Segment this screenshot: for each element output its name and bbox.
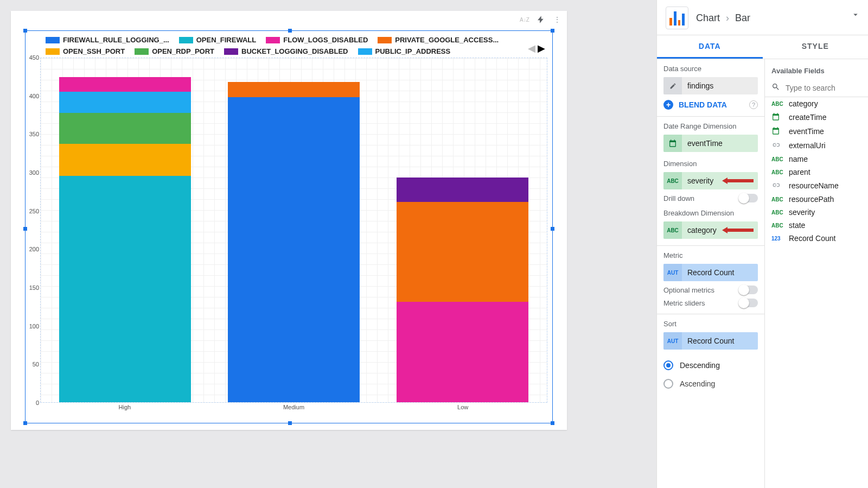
legend-item[interactable]: BUCKET_LOGGING_DISABLED <box>224 47 348 55</box>
field-type-icon: ABC <box>771 101 783 107</box>
field-name: category <box>789 99 818 108</box>
field-type-icon <box>771 112 783 122</box>
available-field[interactable]: ABCstate <box>765 219 868 232</box>
field-name: resourcePath <box>789 195 834 204</box>
field-type-icon <box>771 141 783 150</box>
bar-segment[interactable] <box>228 82 360 97</box>
bar-segment[interactable] <box>397 178 528 202</box>
available-field[interactable]: 123Record Count <box>765 232 868 245</box>
legend-item[interactable]: OPEN_SSH_PORT <box>46 47 125 55</box>
legend-item[interactable]: FLOW_LOGS_DISABLED <box>266 36 368 44</box>
bar-column[interactable] <box>41 58 209 402</box>
tab-data[interactable]: DATA <box>657 35 763 59</box>
x-axis: HighMediumLow <box>40 404 547 413</box>
field-name: createTime <box>789 113 827 122</box>
radio-icon <box>663 379 673 389</box>
available-field[interactable]: ABCresourcePath <box>765 193 868 206</box>
x-tick-label: Medium <box>209 404 379 413</box>
chevron-down-icon[interactable] <box>851 10 860 22</box>
bar-column[interactable] <box>378 58 547 402</box>
available-field[interactable]: eventTime <box>765 124 868 138</box>
aut-badge: AUT <box>663 264 682 281</box>
legend-label: OPEN_RDP_PORT <box>152 47 214 55</box>
legend-item[interactable]: FIREWALL_RULE_LOGGING_... <box>46 36 169 44</box>
available-field[interactable]: resourceName <box>765 179 868 193</box>
legend-label: OPEN_FIREWALL <box>196 36 257 44</box>
legend-swatch <box>46 48 60 55</box>
available-fields-label: Available Fields <box>765 65 868 79</box>
bolt-icon[interactable] <box>535 14 546 25</box>
sort-asc-radio[interactable]: Ascending <box>657 375 764 393</box>
field-type-icon <box>771 126 783 136</box>
legend-item[interactable]: OPEN_FIREWALL <box>179 36 257 44</box>
date-range-chip[interactable]: eventTime <box>663 135 758 152</box>
sort-az-button[interactable]: A↓Z <box>519 14 530 25</box>
available-field[interactable]: ABCseverity <box>765 206 868 219</box>
breadcrumb-root: Chart <box>696 12 720 23</box>
optional-metrics-toggle[interactable] <box>739 286 758 294</box>
date-range-label: Date Range Dimension <box>663 122 758 130</box>
help-icon[interactable]: ? <box>749 100 758 109</box>
data-source-label: Data source <box>663 65 758 73</box>
legend-item[interactable]: OPEN_RDP_PORT <box>135 47 214 55</box>
legend-label: BUCKET_LOGGING_DISABLED <box>241 47 348 55</box>
bar-segment[interactable] <box>59 77 191 92</box>
legend-item[interactable]: PRIVATE_GOOGLE_ACCESS... <box>378 36 499 44</box>
chart-type-icon[interactable] <box>666 7 688 29</box>
sort-desc-radio[interactable]: Descending <box>657 356 764 375</box>
sort-value: Record Count <box>682 337 758 345</box>
available-field[interactable]: ABCname <box>765 153 868 166</box>
calendar-icon <box>663 135 682 152</box>
legend-item[interactable]: PUBLIC_IP_ADDRESS <box>358 47 451 55</box>
legend-swatch <box>266 37 280 43</box>
field-type-icon: ABC <box>771 156 783 162</box>
bar-segment[interactable] <box>59 176 191 402</box>
metric-sliders-toggle[interactable] <box>739 299 758 307</box>
sort-label: Sort <box>663 320 758 328</box>
panel-tabs: DATA STYLE <box>657 35 868 59</box>
available-field[interactable]: externalUri <box>765 138 868 153</box>
available-field[interactable]: createTime <box>765 110 868 124</box>
bar-segment[interactable] <box>228 97 360 402</box>
field-type-icon: ABC <box>771 197 783 202</box>
tab-style[interactable]: STYLE <box>763 35 869 59</box>
drilldown-toggle[interactable] <box>739 194 758 202</box>
legend-nav[interactable]: ◀▶ <box>528 42 547 54</box>
metric-chip[interactable]: AUT Record Count <box>663 264 758 281</box>
chevron-right-icon: › <box>726 12 729 23</box>
available-field[interactable]: ABCcategory <box>765 97 868 110</box>
legend-swatch <box>224 48 238 55</box>
more-icon[interactable]: ⋮ <box>552 14 563 25</box>
abc-badge: ABC <box>663 221 682 239</box>
dimension-value: severity <box>682 176 758 185</box>
legend-label: OPEN_SSH_PORT <box>63 47 125 55</box>
chart-canvas[interactable]: A↓Z ⋮ FIREWALL_RULE_LOGGING_...OPEN_FIRE… <box>11 11 567 430</box>
available-field[interactable]: ABCparent <box>765 166 868 179</box>
legend-label: FLOW_LOGS_DISABLED <box>283 36 368 44</box>
breakdown-chip[interactable]: ABC category <box>663 221 758 239</box>
abc-badge: ABC <box>663 172 682 189</box>
field-search[interactable] <box>765 79 868 97</box>
field-search-input[interactable] <box>784 83 868 93</box>
bar-column[interactable] <box>209 58 378 402</box>
field-name: eventTime <box>789 127 824 136</box>
optional-metrics-label: Optional metrics <box>663 286 714 294</box>
bar-segment[interactable] <box>59 144 191 176</box>
field-name: parent <box>789 168 810 176</box>
field-name: name <box>789 155 808 163</box>
metric-value: Record Count <box>682 268 758 277</box>
data-source-chip[interactable]: findings <box>663 77 758 94</box>
breadcrumb-leaf: Bar <box>735 12 750 23</box>
bar-segment[interactable] <box>397 302 528 402</box>
data-source-value: findings <box>682 81 758 90</box>
bar-segment[interactable] <box>397 202 528 302</box>
pencil-icon[interactable] <box>663 77 682 94</box>
plot-area <box>40 58 547 403</box>
dimension-chip[interactable]: ABC severity <box>663 172 758 189</box>
bar-segment[interactable] <box>59 113 191 143</box>
sort-chip[interactable]: AUT Record Count <box>663 332 758 350</box>
field-name: state <box>789 221 805 230</box>
blend-data-button[interactable]: + BLEND DATA ? <box>663 100 758 110</box>
drilldown-label: Drill down <box>663 194 694 202</box>
bar-segment[interactable] <box>59 92 191 113</box>
